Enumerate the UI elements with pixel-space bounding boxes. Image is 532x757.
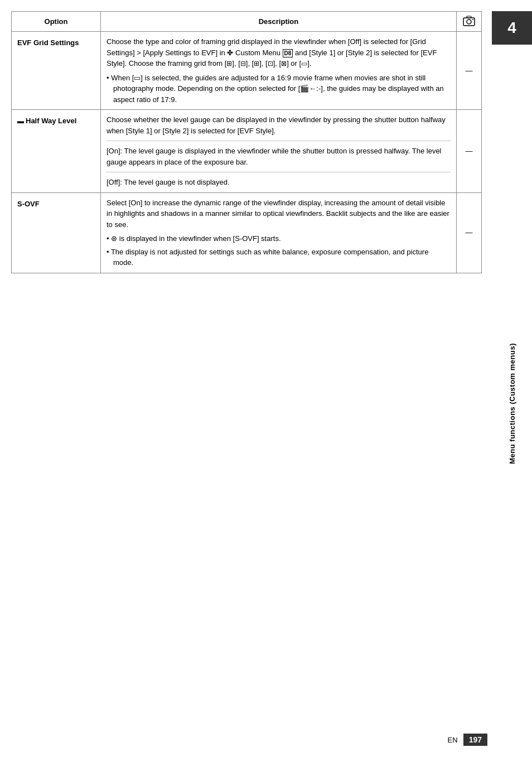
desc-sovf-1: Select [On] to increase the dynamic rang… [107,197,451,230]
ref-sovf: — [457,192,482,273]
desc-sovf: Select [On] to increase the dynamic rang… [101,192,457,273]
option-half-way-level: ▬Half Way Level [12,110,101,193]
grid-sym-3: ⊞ [254,60,259,67]
header-desc: Description [101,12,457,32]
grid-sym-4: ⊡ [268,60,273,67]
option-label: Half Way Level [26,117,76,125]
side-tab: 4 Menu functions (Custom menus) [492,0,532,757]
header-option: Option [12,12,101,32]
footer-page: 197 [463,734,487,746]
option-evf-grid: EVF Grid Settings [12,32,101,110]
chapter-label-container: Menu functions (Custom menus) [492,50,532,757]
main-content: Option Description [11,11,487,273]
grid-sym-1: ⊞ [226,60,232,67]
option-label: EVF Grid Settings [17,38,79,47]
desc-evf-grid: Choose the type and color of framing gri… [101,32,457,110]
table-row: S-OVF Select [On] to increase the dynami… [12,192,482,273]
ref-half-way: — [457,110,482,193]
desc-sovf-bullet-1: • ⊛ is displayed in the viewfinder when … [107,233,451,244]
camera-icon [462,20,476,28]
svg-point-3 [472,19,473,20]
header-ref [457,12,482,32]
desc-half-way-level: Choose whether the level gauge can be di… [101,110,457,193]
sub-section-1: Choose whether the level gauge can be di… [107,114,451,136]
page-footer: EN 197 [11,734,487,746]
option-label: S-OVF [17,200,40,208]
sovf-icon: ⊛ [111,234,117,243]
desc-half-way-3: [Off]: The level gauge is not displayed. [107,177,451,188]
desc-half-way-1: Choose whether the level gauge can be di… [107,114,451,136]
desc-bullet-1: • When [▭] is selected, the guides are a… [107,73,451,105]
grid-sym-2: ⊟ [240,60,246,67]
chapter-label: Menu functions (Custom menus) [508,343,516,464]
desc-sovf-bullet-2: • The display is not adjusted for settin… [107,247,451,268]
custom-menu-d8: D8 [283,49,293,57]
desc-half-way-2: [On]: The level gauge is displayed in th… [107,146,451,167]
doc-table: Option Description [11,11,482,273]
page-container: Option Description [0,0,532,757]
option-sovf: S-OVF [12,192,101,273]
grid-sym-5: ⊠ [281,60,287,67]
footer-en: EN [448,736,458,744]
table-row: ▬Half Way Level Choose whether the level… [12,110,482,193]
sub-section-2: [On]: The level gauge is displayed in th… [107,141,451,167]
ref-evf-grid: — [457,32,482,110]
level-icon: ▬ [17,117,24,125]
table-row: EVF Grid Settings Choose the type and co… [12,32,482,110]
grid-sym-6: ▭ [301,60,307,67]
svg-rect-2 [467,16,471,18]
sub-section-3: [Off]: The level gauge is not displayed. [107,172,451,188]
desc-para-1: Choose the type and color of framing gri… [107,36,451,69]
movie-icon-sym: 🎬 [300,84,309,93]
chapter-number: 4 [492,11,532,45]
gear-symbol: ✤ [227,49,233,57]
svg-point-1 [467,20,471,24]
